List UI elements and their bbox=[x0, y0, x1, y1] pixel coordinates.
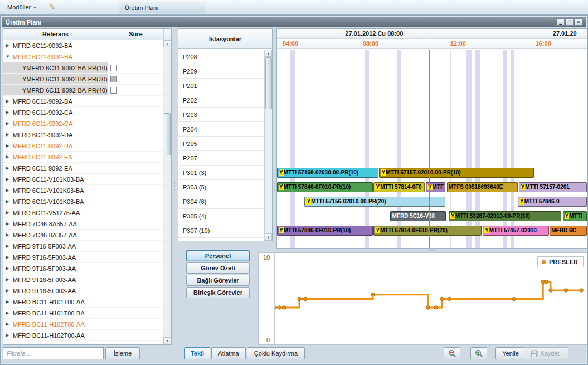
expand-icon[interactable]: ▶ bbox=[6, 255, 11, 260]
modules-menu-button[interactable]: Modüller ▾ bbox=[2, 2, 41, 13]
birlesik-gorevler-button[interactable]: Birleşik Görevler bbox=[186, 287, 250, 298]
tree-row[interactable]: ▶MFRD 9T16-5F003-AA bbox=[3, 263, 163, 274]
scrollbar-thumb[interactable] bbox=[164, 113, 171, 155]
atlatma-button[interactable]: Atlatma bbox=[211, 347, 246, 359]
gantt-task-bar[interactable]: YMTTI 57846-0 bbox=[518, 197, 587, 207]
gantt-task-bar[interactable]: YMTTI 57814-0F0 bbox=[373, 182, 424, 192]
expand-icon[interactable]: ▶ bbox=[6, 110, 11, 115]
tree-row[interactable]: ▶MFRD 6C11-V101K03-BA bbox=[3, 185, 163, 196]
bagli-gorevler-button[interactable]: Bağlı Görevler bbox=[186, 275, 250, 286]
expand-icon[interactable]: ▶ bbox=[6, 322, 11, 327]
gantt-task-bar[interactable]: YMTTI 57157-0201 bbox=[519, 182, 587, 192]
station-row[interactable]: P203 bbox=[178, 108, 264, 122]
task-checkbox[interactable] bbox=[110, 87, 117, 94]
expand-icon[interactable]: ▶ bbox=[6, 266, 11, 271]
personel-button[interactable]: Personel bbox=[186, 250, 250, 261]
expand-icon[interactable]: ▶ bbox=[6, 43, 11, 48]
expand-icon[interactable]: ▶ bbox=[6, 210, 11, 215]
kaydet-button[interactable]: Kaydet bbox=[522, 347, 568, 359]
tree-row[interactable]: ▶MFRD 6C11-V101K03-BA bbox=[3, 174, 163, 185]
expand-icon[interactable]: ▶ bbox=[6, 132, 11, 137]
task-checkbox[interactable] bbox=[110, 76, 117, 82]
scroll-up-icon[interactable]: ▲ bbox=[265, 50, 272, 57]
gantt-task-bar[interactable]: YMTTI 57846-0F010-PR(10) bbox=[277, 226, 373, 236]
splitter-left[interactable] bbox=[173, 28, 177, 345]
task-checkbox[interactable] bbox=[110, 65, 117, 71]
tree-row[interactable]: ▶MFRD 9T16-5F003-AA bbox=[3, 241, 163, 252]
tree-scrollbar[interactable]: ▲ ▼ bbox=[163, 40, 171, 344]
gantt-task-bar[interactable]: YMTTI 57846-0F010-PR(10) bbox=[277, 182, 373, 192]
station-row[interactable]: P209 bbox=[178, 64, 264, 79]
gantt-task-bar[interactable]: YMTTI 57158-02030-00-PR(10) bbox=[277, 168, 378, 178]
tree-row[interactable]: ▶MFRD 6C11-9092-DA bbox=[3, 140, 163, 152]
gantt-task-bar[interactable]: MFRD 6C bbox=[550, 226, 587, 236]
station-row[interactable]: P201 bbox=[178, 79, 264, 93]
gantt-task-bar[interactable]: YMTTI 53287-02010-00-PR(30) bbox=[449, 211, 561, 221]
station-row[interactable]: P307 (10) bbox=[178, 223, 264, 238]
yenile-button[interactable]: Yenile bbox=[495, 347, 526, 359]
station-row[interactable]: P204 bbox=[178, 122, 264, 137]
tree-row[interactable]: ▶MFRD 6C11-9092-BA bbox=[3, 40, 163, 51]
expand-icon[interactable]: ▶ bbox=[6, 199, 11, 204]
column-header-referans[interactable]: Referans bbox=[3, 29, 108, 40]
tree-row[interactable]: ▶MFRD 9T16-5F003-AA bbox=[3, 274, 163, 285]
expand-icon[interactable]: ▶ bbox=[6, 333, 11, 338]
expand-icon[interactable]: ▶ bbox=[6, 99, 11, 104]
splitter-horizontal[interactable] bbox=[276, 249, 587, 252]
maximize-button[interactable]: ❐ bbox=[566, 18, 574, 26]
tree-row[interactable]: ▶MFRD BC11-H102T00-AA bbox=[3, 330, 163, 341]
station-row[interactable]: P208 bbox=[178, 50, 264, 64]
zoom-out-button[interactable] bbox=[444, 347, 460, 359]
expand-icon[interactable]: ▶ bbox=[6, 188, 11, 193]
tree-row[interactable]: ▶MFRD 6C11-9092-BA bbox=[3, 96, 163, 107]
tree-row[interactable]: ▶MFRD BC11-H102T00-AA bbox=[3, 319, 163, 330]
station-row[interactable]: P205 bbox=[178, 137, 264, 151]
minimize-button[interactable]: ▁ bbox=[557, 18, 565, 26]
tree-row[interactable]: YMFRD 6C11-9092-BA-PR(10) bbox=[3, 62, 163, 74]
gantt-body[interactable]: YMTTI 57158-02030-00-PR(10)YMTTI 57157-0… bbox=[277, 50, 587, 248]
scroll-down-icon[interactable]: ▼ bbox=[265, 233, 272, 241]
station-row[interactable]: P305 (4) bbox=[178, 209, 264, 223]
gantt-task-bar[interactable]: YMTTI 57156-02010-00-PR(20) bbox=[304, 197, 445, 207]
zoom-in-button[interactable] bbox=[470, 347, 487, 359]
expand-icon[interactable]: ▶ bbox=[6, 143, 11, 148]
tree-row[interactable]: ▶MFRD 7C46-8A357-AA bbox=[3, 218, 163, 230]
expand-icon[interactable]: ▶ bbox=[6, 154, 11, 159]
tree-row[interactable]: ▶MFRD 7C46-8A357-AA bbox=[3, 230, 163, 241]
tree-row[interactable]: ▶MFRD 6C11-9092-DA bbox=[3, 129, 163, 140]
tree-row[interactable]: YMFRD 6C11-9092-BA-PR(40) bbox=[3, 85, 163, 96]
tree-row[interactable]: ▶MFRD BC11-H101T00-BA bbox=[3, 308, 163, 319]
gantt-task-bar[interactable]: MFRD 5C16-V28 bbox=[390, 211, 446, 221]
tree-row[interactable]: ▶MFRD 6C11-9092-EA bbox=[3, 152, 163, 163]
window-titlebar[interactable]: Üretim Planı ▁ ❐ ✕ bbox=[2, 17, 586, 27]
scrollbar-thumb[interactable] bbox=[265, 57, 272, 109]
coklu-kaydirma-button[interactable]: Çoklu Kaydırma bbox=[247, 347, 305, 359]
izleme-button[interactable]: İzleme bbox=[105, 347, 140, 359]
station-row[interactable]: P301 (3) bbox=[178, 166, 264, 180]
gantt-task-bar[interactable]: YMTTI 57457-02010- bbox=[483, 226, 549, 236]
tree-row[interactable]: ▶MFRD BC11-H101T00-AA bbox=[3, 296, 163, 308]
tree-row[interactable]: ▼MFRD 6C11-9092-BA bbox=[3, 51, 163, 62]
tekil-button[interactable]: Tekil bbox=[184, 347, 210, 359]
expand-icon[interactable]: ▶ bbox=[6, 299, 11, 304]
expand-icon[interactable]: ▶ bbox=[6, 166, 11, 171]
expand-icon[interactable]: ▶ bbox=[6, 232, 11, 237]
filter-input[interactable] bbox=[3, 347, 104, 359]
tree-row[interactable]: ▶MFRD 6C11-9092-CA bbox=[3, 107, 163, 118]
tree-row[interactable]: ▶MFRD 6C11-9092-CA bbox=[3, 118, 163, 129]
collapse-icon[interactable]: ▼ bbox=[6, 54, 11, 59]
gantt-task-bar[interactable]: MTFS 00518693640E bbox=[447, 182, 518, 192]
gantt-task-bar[interactable]: YMTTI bbox=[563, 211, 587, 221]
expand-icon[interactable]: ▶ bbox=[6, 310, 11, 315]
station-row[interactable]: P202 bbox=[178, 93, 264, 108]
tree-row[interactable]: ▶MFRD 9T16-5F003-AA bbox=[3, 285, 163, 296]
expand-icon[interactable]: ▶ bbox=[6, 177, 11, 182]
tab-uretim-plani[interactable]: Üretim Planı bbox=[119, 2, 205, 13]
station-row[interactable]: P304 (6) bbox=[178, 194, 264, 209]
expand-icon[interactable]: ▶ bbox=[6, 121, 11, 126]
gorev-ozeti-button[interactable]: Görev Özeti bbox=[186, 262, 250, 274]
tree-row[interactable]: ▶MFRD 6C11-V101K03-BA bbox=[3, 196, 163, 207]
expand-icon[interactable]: ▶ bbox=[6, 221, 11, 226]
expand-icon[interactable]: ▶ bbox=[6, 244, 11, 249]
stations-scrollbar[interactable]: ▲ ▼ bbox=[264, 50, 272, 241]
